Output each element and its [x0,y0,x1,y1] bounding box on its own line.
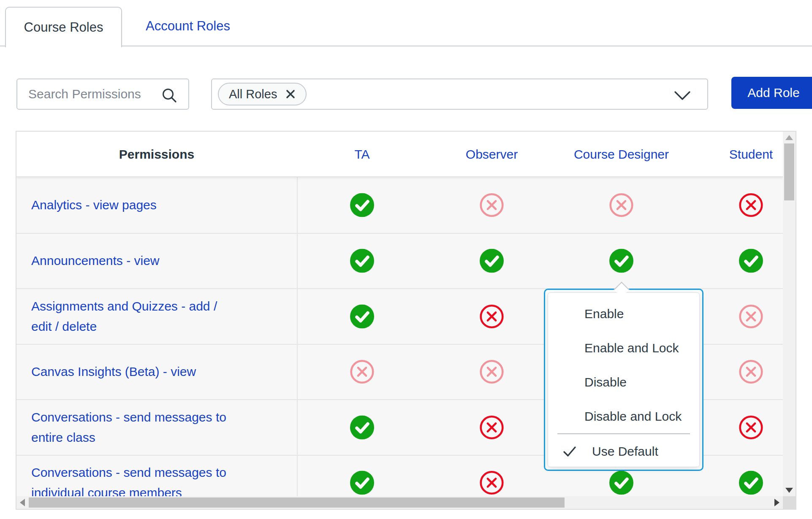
remove-tag-icon[interactable] [285,89,296,99]
tab-course-roles[interactable]: Course Roles [5,7,122,47]
column-divider [297,132,298,496]
menu-item-disable[interactable]: Disable [548,365,699,399]
table-row: Announcements - view [16,233,783,289]
enabled-check-icon[interactable] [350,304,374,328]
scroll-left-arrow-icon[interactable] [20,499,25,506]
disabled-x-icon[interactable] [480,193,504,217]
permission-link[interactable]: Assignments and Quizzes - add / edit / d… [31,296,230,337]
permission-link[interactable]: Analytics - view pages [31,195,230,215]
disabled-x-icon[interactable] [739,193,763,217]
enabled-check-icon[interactable] [609,471,633,495]
menu-card: EnableEnable and LockDisableDisable and … [548,292,700,467]
role-filter-tag[interactable]: All Roles [218,83,307,105]
chevron-down-icon[interactable] [673,90,691,103]
disabled-x-icon[interactable] [739,360,763,384]
horizontal-scrollbar[interactable] [16,496,783,509]
enabled-check-icon[interactable] [350,415,374,439]
selected-check-icon [562,446,577,457]
disabled-x-icon[interactable] [739,304,763,328]
enabled-check-icon[interactable] [739,471,763,495]
table-header: Permissions TAObserverCourse DesignerStu… [16,132,783,177]
search-input[interactable] [28,87,168,101]
scrollbar-corner [783,496,796,509]
permissions-column-header: Permissions [16,132,297,177]
permission-link[interactable]: Conversations - send messages to individ… [31,462,230,496]
disabled-x-icon[interactable] [480,471,504,495]
scroll-down-arrow-icon[interactable] [785,488,793,493]
vertical-scrollbar-thumb[interactable] [784,143,794,200]
horizontal-scrollbar-thumb[interactable] [29,497,565,508]
scroll-right-arrow-icon[interactable] [774,499,779,506]
enabled-check-icon[interactable] [480,249,504,273]
menu-item-use-default[interactable]: Use Default [548,434,699,467]
disabled-x-icon[interactable] [480,304,504,328]
disabled-x-icon[interactable] [350,360,374,384]
menu-item-enable[interactable]: Enable [548,297,699,331]
vertical-scrollbar[interactable] [783,132,796,496]
disabled-x-icon[interactable] [609,193,633,217]
enabled-check-icon[interactable] [350,471,374,495]
disabled-x-icon[interactable] [739,415,763,439]
role-filter-select[interactable]: All Roles [211,78,708,110]
permission-link[interactable]: Canvas Insights (Beta) - view [31,362,230,382]
scroll-up-arrow-icon[interactable] [785,135,793,140]
add-role-button[interactable]: Add Role [731,77,812,109]
enabled-check-icon[interactable] [609,249,633,273]
tab-bar: Course Roles Account Roles [0,0,812,46]
disabled-x-icon[interactable] [480,415,504,439]
table-row: Analytics - view pages [16,177,783,233]
role-filter-tag-label: All Roles [229,87,277,101]
tab-account-roles[interactable]: Account Roles [131,7,245,46]
search-icon[interactable] [161,87,177,105]
permission-state-menu: EnableEnable and LockDisableDisable and … [544,289,703,471]
role-column-header-observer[interactable]: Observer [427,132,557,177]
permission-link[interactable]: Conversations - send messages to entire … [31,407,230,448]
enabled-check-icon[interactable] [350,193,374,217]
enabled-check-icon[interactable] [739,249,763,273]
role-column-header-student[interactable]: Student [686,132,783,177]
enabled-check-icon[interactable] [350,249,374,273]
disabled-x-icon[interactable] [480,360,504,384]
menu-item-enable-and-lock[interactable]: Enable and Lock [548,331,699,365]
role-column-header-course-designer[interactable]: Course Designer [557,132,686,177]
search-permissions-field [16,78,189,110]
role-column-header-ta[interactable]: TA [297,132,427,177]
tab-course-roles-label: Course Roles [24,20,103,35]
menu-item-use-default-label: Use Default [592,444,658,459]
tab-account-roles-label: Account Roles [146,19,230,34]
permission-link[interactable]: Announcements - view [31,251,230,271]
menu-item-disable-and-lock[interactable]: Disable and Lock [548,399,699,433]
